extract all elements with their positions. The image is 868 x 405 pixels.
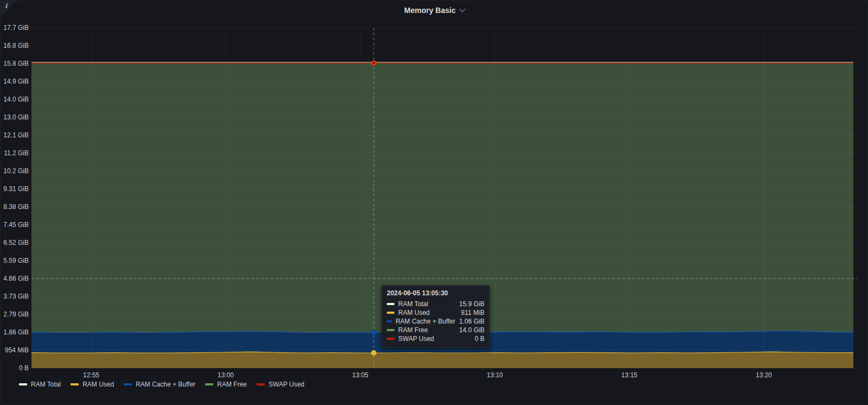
y-tick-label: 17.7 GiB [1, 24, 29, 31]
y-tick-label: 954 MiB [1, 346, 29, 354]
tooltip-series-label: RAM Total [398, 300, 455, 308]
y-tick-label: 5.59 GiB [1, 257, 29, 264]
tooltip-series-value: 14.0 GiB [459, 326, 484, 334]
tooltip-timestamp: 2024-06-05 13:05:30 [387, 289, 484, 297]
legend-swatch [205, 383, 213, 385]
x-tick-label: 13:00 [208, 371, 243, 379]
tooltip-series-swatch [387, 320, 392, 322]
tooltip-series-swatch [387, 303, 394, 305]
y-tick-label: 2.79 GiB [1, 311, 29, 318]
legend-item-ram-total[interactable]: RAM Total [19, 381, 61, 388]
y-tick-label: 14.0 GiB [1, 96, 29, 103]
y-tick-label: 13.0 GiB [1, 113, 29, 121]
x-tick-label: 13:20 [746, 371, 781, 379]
legend-swatch [257, 383, 265, 385]
tooltip-series-value: 811 MiB [461, 309, 484, 317]
tooltip: 2024-06-05 13:05:30 RAM Total15.9 GiBRAM… [381, 285, 490, 348]
highlight-dot-ram-used [371, 350, 376, 356]
highlight-dot-ram-cache-buffer [372, 330, 376, 335]
legend-item-ram-cache-buffer[interactable]: RAM Cache + Buffer [124, 381, 195, 388]
y-tick-label: 8.38 GiB [1, 203, 29, 211]
tooltip-series-swatch [387, 338, 394, 340]
legend-label: RAM Cache + Buffer [136, 381, 195, 388]
y-tick-label: 6.52 GiB [1, 239, 29, 246]
legend-item-ram-used[interactable]: RAM Used [71, 381, 114, 388]
legend-label: RAM Total [31, 381, 61, 388]
legend-item-ram-free[interactable]: RAM Free [205, 381, 247, 388]
legend-item-swap-used[interactable]: SWAP Used [257, 381, 304, 388]
tooltip-series-label: SWAP Used [398, 335, 471, 343]
tooltip-row: SWAP Used0 B [387, 334, 484, 343]
legend-swatch [19, 383, 27, 385]
y-tick-label: 15.8 GiB [1, 60, 29, 67]
tooltip-series-label: RAM Used [398, 309, 457, 317]
x-tick-label: 12:55 [74, 371, 108, 379]
legend-swatch [124, 383, 132, 385]
tooltip-row: RAM Free14.0 GiB [387, 326, 484, 334]
y-tick-label: 10.2 GiB [1, 167, 29, 175]
memory-basic-panel: i Memory Basic 17.7 GiB16.8 GiB15.8 GiB1… [0, 0, 868, 405]
legend: RAM TotalRAM UsedRAM Cache + BufferRAM F… [19, 381, 304, 388]
tooltip-series-label: RAM Cache + Buffer [395, 318, 455, 325]
legend-label: RAM Free [217, 381, 247, 388]
y-tick-label: 11.2 GiB [1, 149, 29, 157]
legend-label: RAM Used [82, 381, 114, 388]
y-tick-label: 14.9 GiB [1, 78, 29, 85]
tooltip-row: RAM Total15.9 GiB [387, 300, 484, 308]
tooltip-series-swatch [387, 312, 394, 314]
y-tick-label: 3.73 GiB [1, 293, 29, 300]
y-tick-label: 7.45 GiB [1, 221, 29, 229]
legend-label: SWAP Used [269, 381, 304, 388]
y-tick-label: 4.66 GiB [1, 275, 29, 282]
x-tick-label: 13:10 [477, 371, 512, 379]
tooltip-row: RAM Cache + Buffer1.06 GiB [387, 317, 484, 326]
tooltip-series-label: RAM Free [398, 326, 455, 334]
y-tick-label: 16.8 GiB [1, 42, 29, 49]
legend-swatch [71, 383, 79, 385]
tooltip-series-swatch [387, 329, 394, 331]
y-tick-label: 0 B [1, 364, 29, 372]
tooltip-series-value: 0 B [475, 335, 484, 343]
highlight-dot-stack-top-core [373, 62, 375, 64]
x-tick-label: 13:15 [612, 371, 647, 379]
area-ram-used [31, 352, 853, 368]
x-tick-label: 13:05 [343, 371, 378, 379]
tooltip-row: RAM Used811 MiB [387, 308, 484, 317]
tooltip-series-value: 1.06 GiB [459, 318, 484, 325]
y-tick-label: 12.1 GiB [1, 131, 29, 139]
tooltip-series-value: 15.9 GiB [459, 300, 484, 308]
y-tick-label: 1.86 GiB [1, 328, 29, 336]
y-tick-label: 9.31 GiB [1, 185, 29, 193]
